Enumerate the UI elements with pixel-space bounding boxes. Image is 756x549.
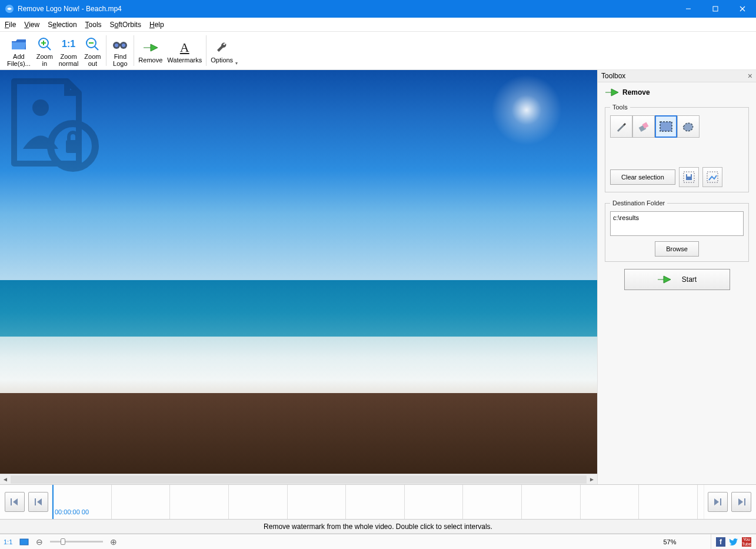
svg-point-17 (32, 99, 49, 116)
toolbox-panel: Toolbox × Remove Tools Clear selection (597, 70, 756, 484)
destination-folder-input[interactable] (610, 211, 744, 236)
arrow-right-green-icon (605, 87, 619, 98)
zoom-slider[interactable] (50, 541, 103, 543)
next-frame-button[interactable] (708, 492, 728, 512)
menu-tools[interactable]: Tools (85, 21, 102, 29)
zoom-in-icon (37, 35, 52, 53)
rectangle-select-tool[interactable] (655, 115, 677, 138)
eraser-tool[interactable] (632, 115, 655, 138)
svg-rect-28 (35, 498, 36, 505)
svg-rect-19 (66, 140, 80, 153)
close-button[interactable] (729, 0, 756, 18)
menu-bar: File View Selection Tools SoftOrbits Hel… (0, 18, 756, 32)
svg-point-15 (122, 44, 125, 47)
zoom-in-button[interactable]: Zoomin (33, 32, 56, 69)
menu-softorbits[interactable]: SoftOrbits (110, 21, 141, 29)
main-toolbar: AddFile(s)... Zoomin 1:1 Zoomnormal Zoom… (0, 32, 756, 70)
svg-point-14 (115, 44, 118, 47)
arrow-right-green-icon (142, 39, 159, 56)
fit-to-window-button[interactable] (16, 534, 32, 549)
hint-bar: Remove watermark from the whole video. D… (0, 520, 756, 534)
svg-rect-27 (11, 498, 12, 505)
toolbox-close-button[interactable]: × (748, 71, 752, 81)
svg-rect-25 (687, 174, 691, 177)
svg-rect-22 (660, 122, 672, 131)
svg-rect-29 (720, 498, 721, 505)
zoom-ratio-label: 1:1 (0, 534, 16, 549)
window-title: Remove Logo Now! - Beach.mp4 (18, 5, 675, 13)
status-bar: 1:1 ⊖ ⊕ 57% f YouTube (0, 534, 756, 549)
svg-line-6 (47, 46, 51, 50)
timeline: 00:00:00 00 (0, 484, 756, 520)
svg-line-10 (95, 46, 98, 50)
destination-group-label: Destination Folder (610, 199, 667, 207)
menu-selection[interactable]: Selection (48, 21, 76, 29)
menu-view[interactable]: View (24, 21, 39, 29)
first-frame-button[interactable] (5, 492, 25, 512)
youtube-icon[interactable]: YouTube (742, 537, 751, 547)
scroll-left[interactable]: ◄ (0, 476, 11, 483)
wrench-icon (215, 39, 229, 56)
marker-tool[interactable] (610, 115, 632, 138)
arrow-right-green-icon (657, 274, 671, 285)
folder-add-icon (10, 35, 28, 53)
find-logo-button[interactable]: FindLogo (108, 32, 132, 69)
svg-rect-2 (713, 6, 718, 11)
start-button[interactable]: Start (624, 269, 730, 290)
facebook-icon[interactable]: f (716, 537, 725, 547)
zoom-out-button[interactable]: Zoomout (81, 32, 104, 69)
progress-label: 57% (629, 534, 711, 549)
zoom-normal-button[interactable]: 1:1 Zoomnormal (56, 32, 81, 69)
scroll-right[interactable]: ► (587, 476, 597, 483)
timecode: 00:00:00 00 (55, 508, 89, 515)
watermarks-button[interactable]: A Watermarks (165, 32, 204, 69)
timeline-track[interactable]: 00:00:00 00 (52, 485, 704, 519)
browse-button[interactable]: Browse (655, 241, 699, 257)
remove-button[interactable]: Remove (136, 32, 165, 69)
app-icon (5, 4, 14, 14)
clear-selection-button[interactable]: Clear selection (610, 169, 675, 185)
preview-horizontal-scrollbar[interactable]: ◄ ► (0, 474, 597, 484)
add-files-button[interactable]: AddFile(s)... (5, 32, 33, 69)
text-underline-icon: A (180, 39, 189, 56)
options-button[interactable]: Options (208, 32, 235, 69)
svg-rect-31 (20, 539, 28, 545)
zoom-out-icon (85, 35, 100, 53)
video-preview[interactable] (0, 70, 597, 474)
zoom-in-small[interactable]: ⊕ (106, 534, 121, 549)
load-selection-button[interactable] (702, 167, 722, 187)
zoom-out-small[interactable]: ⊖ (32, 534, 46, 549)
section-title: Remove (622, 88, 650, 97)
window-titlebar: Remove Logo Now! - Beach.mp4 (0, 0, 756, 18)
save-selection-button[interactable] (679, 167, 699, 187)
maximize-button[interactable] (702, 0, 729, 18)
minimize-button[interactable] (675, 0, 702, 18)
toolbox-title: Toolbox (601, 72, 625, 80)
tools-group-label: Tools (610, 104, 630, 111)
twitter-icon[interactable] (729, 537, 738, 547)
menu-help[interactable]: Help (149, 21, 164, 29)
zoom-normal-icon: 1:1 (62, 35, 75, 53)
binoculars-icon (112, 35, 128, 53)
svg-rect-30 (744, 498, 745, 505)
prev-frame-button[interactable] (28, 492, 48, 512)
watermark-overlay-icon (2, 72, 102, 172)
menu-file[interactable]: File (5, 21, 16, 29)
toolbar-overflow[interactable]: ▾ (235, 32, 241, 69)
svg-rect-16 (118, 44, 122, 46)
free-select-tool[interactable] (677, 115, 700, 138)
last-frame-button[interactable] (731, 492, 751, 512)
